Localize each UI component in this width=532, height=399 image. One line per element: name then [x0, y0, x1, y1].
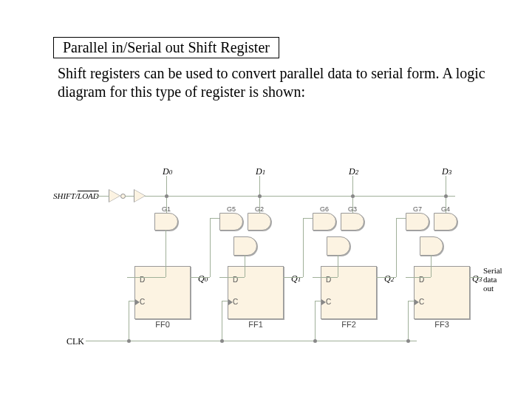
flipflop-ff1: DC FF1: [228, 266, 284, 319]
input-d3: D3: [442, 166, 451, 177]
input-d1: D1: [256, 166, 265, 177]
and-gate-g3: G3: [341, 213, 364, 231]
wire: [315, 301, 321, 301]
connection-node: [258, 194, 262, 198]
connection-node: [313, 339, 317, 343]
wire: [313, 277, 338, 278]
output-q0: Q0: [198, 273, 208, 284]
wire: [197, 277, 210, 278]
and-gate-g2: G2: [248, 213, 271, 231]
input-d2: D2: [349, 166, 358, 177]
input-d0: D0: [163, 166, 172, 177]
buffer-inverter: [109, 190, 120, 202]
wire: [222, 301, 228, 301]
shift-load-label: SHIFT/LOAD: [53, 191, 99, 200]
and-gate-g6: G6: [313, 213, 336, 231]
wire: [125, 196, 134, 197]
wire: [210, 218, 211, 277]
serial-out-label: Serialdata out: [483, 266, 504, 293]
output-q1: Q1: [291, 273, 301, 284]
wire: [396, 218, 397, 277]
wire: [303, 218, 313, 219]
connection-node: [165, 194, 168, 198]
and-gate-g7: G7: [406, 213, 429, 231]
wire: [190, 277, 197, 278]
connection-node: [220, 339, 224, 343]
flipflop-ff3: DC FF3: [414, 266, 470, 319]
wire: [408, 301, 414, 301]
wire: [431, 255, 432, 277]
and-gate-g4: G4: [434, 213, 457, 231]
wire: [129, 301, 134, 301]
or-gate: [420, 236, 443, 256]
wire: [396, 218, 406, 219]
wire: [219, 277, 245, 278]
or-gate: [327, 236, 350, 256]
wire: [127, 277, 134, 278]
output-q3: Q3: [472, 273, 482, 284]
wire: [210, 218, 219, 219]
wire: [315, 301, 316, 341]
or-gate: [233, 236, 257, 256]
wire: [406, 277, 431, 278]
and-gate-g1: G1: [154, 213, 178, 231]
wire: [383, 277, 396, 278]
wire: [338, 255, 338, 277]
wire: [303, 218, 304, 277]
slide-title: Parallel in/Serial out Shift Register: [53, 37, 279, 58]
connection-node: [406, 339, 410, 343]
output-q2: Q2: [384, 273, 394, 284]
wire: [129, 301, 129, 341]
wire: [245, 255, 245, 277]
wire: [469, 277, 482, 278]
logic-diagram: D0 D1 D2 D3 SHIFT/LOAD G1 G5 G2 G6 G3 G7…: [53, 166, 504, 351]
connection-node: [127, 339, 131, 343]
wire: [376, 277, 383, 278]
wire: [96, 196, 109, 197]
wire: [283, 277, 290, 278]
wire: [408, 301, 409, 341]
and-gate-g5: G5: [219, 213, 243, 231]
wire: [86, 341, 417, 341]
buffer-icon: [134, 190, 145, 202]
wire: [222, 301, 222, 341]
wire: [145, 196, 455, 197]
connection-node: [444, 194, 448, 198]
wire: [290, 277, 303, 278]
description-text: Shift registers can be used to convert p…: [58, 64, 486, 101]
flipflop-ff2: DC FF2: [321, 266, 377, 319]
clk-label: CLK: [66, 336, 84, 347]
flipflop-ff0: DC FF0: [134, 266, 191, 319]
connection-node: [351, 194, 355, 198]
wire: [166, 230, 166, 277]
